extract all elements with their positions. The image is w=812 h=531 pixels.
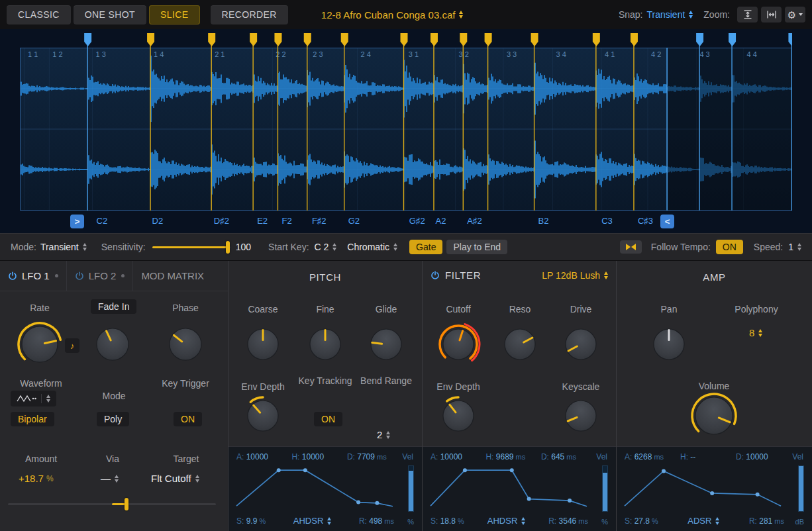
tab-classic[interactable]: CLASSIC: [7, 5, 71, 24]
envelope-point[interactable]: [756, 493, 760, 497]
snap-stepper-icon[interactable]: [689, 11, 693, 19]
velocity-meter[interactable]: [408, 465, 414, 512]
sensitivity-label: Sensitivity:: [101, 242, 146, 252]
target-select[interactable]: Flt Cutoff: [151, 473, 199, 484]
pan-knob[interactable]: [644, 320, 693, 371]
tab-lfo2[interactable]: LFO 2: [66, 261, 133, 291]
pitch-env-depth-knob[interactable]: [238, 391, 287, 443]
envelope-point[interactable]: [375, 501, 379, 505]
amp-envelope[interactable]: A: 6268 msH: --D: 10000VelS: 27.8 %ADSRR…: [617, 446, 812, 531]
coarse-knob[interactable]: [238, 320, 287, 371]
envelope-point[interactable]: [527, 497, 531, 501]
settings-gear-button[interactable]: ⚙: [785, 7, 805, 23]
envelope-point[interactable]: [510, 468, 514, 472]
reso-knob[interactable]: [495, 320, 544, 371]
mapping-select[interactable]: Chromatic: [347, 242, 397, 252]
slice-key-label: D♯2: [214, 216, 229, 226]
bend-range-label: Bend Range: [356, 375, 416, 387]
filter-env-depth-knob[interactable]: [434, 391, 483, 443]
pitch-envelope[interactable]: A: 10000H: 10000D: 7709 msVelS: 9.9 %AHD…: [228, 446, 422, 531]
zoom-horizontal-button[interactable]: [761, 7, 782, 23]
lfo-polarity-chip[interactable]: Bipolar: [11, 412, 54, 426]
env-mode-select[interactable]: ADSR: [687, 516, 719, 526]
amount-slider[interactable]: [8, 498, 216, 510]
crossfade-button[interactable]: [620, 240, 642, 254]
filter-envelope[interactable]: A: 10000H: 9689 msD: 645 msVelS: 18.8 %A…: [423, 446, 616, 531]
via-select[interactable]: —: [101, 473, 119, 484]
mod-indicator-dot: [55, 274, 58, 277]
tab-one-shot[interactable]: ONE SHOT: [74, 5, 146, 24]
drive-knob[interactable]: [556, 320, 605, 371]
pan-label: Pan: [639, 303, 699, 316]
sensitivity-slider[interactable]: [152, 241, 230, 253]
lfo-mode-chip[interactable]: Poly: [97, 412, 129, 426]
start-key-label: Start Key:: [268, 242, 309, 252]
slice-key-label: C2: [97, 216, 108, 226]
waveform-label: Waveform: [7, 377, 76, 390]
amount-value[interactable]: +18.7%: [19, 473, 54, 484]
tab-mod-matrix[interactable]: MOD MATRIX: [132, 261, 212, 291]
envelope-point[interactable]: [303, 468, 307, 472]
slider-handle[interactable]: [226, 241, 230, 254]
sample-name-select[interactable]: 12-8 Afro Cuban Conga 03.caf: [321, 9, 464, 21]
filter-type-select[interactable]: LP 12dB Lush: [542, 270, 608, 281]
start-key-select[interactable]: C 2: [315, 242, 337, 252]
bend-range-select[interactable]: 2: [377, 429, 390, 440]
waveform-display[interactable]: 1 11 21 31 42 12 22 32 43 13 23 33 44 14…: [20, 33, 792, 211]
slice-key-label: G2: [348, 216, 360, 226]
envelope-point[interactable]: [568, 499, 572, 503]
speed-select[interactable]: 1: [788, 242, 801, 252]
volume-knob[interactable]: [686, 388, 742, 446]
envelope-point[interactable]: [356, 501, 360, 505]
lfo-waveform-selector[interactable]: [11, 391, 56, 407]
env-mode-select[interactable]: AHDSR: [487, 516, 526, 526]
power-icon[interactable]: [75, 271, 84, 281]
envelope-graph[interactable]: [234, 463, 397, 512]
filter-panel: FILTER LP 12dB Lush Cutoff Reso Drive En…: [423, 261, 617, 531]
fade-in-mode-chip[interactable]: Fade In: [91, 299, 136, 314]
ruler-label: 1 4: [154, 50, 164, 58]
waveform-stepper-icon[interactable]: [46, 395, 50, 403]
sample-stepper-icon[interactable]: [459, 11, 463, 19]
envelope-graph[interactable]: [622, 463, 785, 512]
gate-button[interactable]: Gate: [409, 240, 442, 254]
note-sync-icon[interactable]: ♪: [65, 338, 79, 353]
tab-recorder[interactable]: RECORDER: [211, 5, 288, 24]
velocity-meter[interactable]: [798, 465, 804, 512]
ruler-label: 3 3: [507, 50, 517, 58]
envelope-point[interactable]: [463, 468, 467, 472]
synth-section: LFO 1 LFO 2 MOD MATRIX Rate Fade In Phas…: [0, 261, 812, 531]
slice-key-label: C♯3: [638, 216, 653, 226]
zoom-vertical-button[interactable]: [737, 7, 758, 23]
envelope-point[interactable]: [710, 491, 714, 495]
fine-knob[interactable]: [301, 320, 350, 371]
snap-select[interactable]: Transient: [646, 9, 693, 20]
envelope-graph[interactable]: [428, 463, 591, 512]
env-mode-select[interactable]: AHDSR: [293, 516, 332, 526]
key-trigger-chip[interactable]: ON: [174, 412, 202, 426]
velocity-meter[interactable]: [602, 465, 608, 512]
lfo-rate-knob[interactable]: [13, 317, 67, 374]
play-to-end-button[interactable]: Play to End: [446, 240, 507, 254]
power-icon[interactable]: [8, 271, 17, 281]
tab-slice[interactable]: SLICE: [149, 5, 199, 24]
ruler-label: 4 1: [605, 50, 615, 58]
cutoff-knob[interactable]: [434, 320, 483, 371]
follow-tempo-toggle[interactable]: ON: [716, 240, 743, 254]
keyscale-knob[interactable]: [556, 391, 605, 443]
polyphony-select[interactable]: 8: [749, 327, 762, 338]
horizontal-zoom-icon: [767, 10, 776, 19]
selection-start-handle[interactable]: >: [70, 215, 84, 228]
key-tracking-chip[interactable]: ON: [314, 412, 342, 426]
tab-lfo1[interactable]: LFO 1: [0, 261, 66, 291]
selection-end-handle[interactable]: <: [660, 215, 674, 228]
waveform-region: 1 11 21 31 42 12 22 32 43 13 23 33 44 14…: [0, 29, 812, 233]
lfo-fade-in-knob[interactable]: [87, 319, 138, 372]
envelope-point[interactable]: [277, 468, 281, 472]
lfo-phase-knob[interactable]: [160, 319, 211, 372]
slider-handle[interactable]: [125, 498, 128, 510]
envelope-point[interactable]: [662, 469, 666, 473]
power-icon[interactable]: [431, 271, 440, 280]
slice-mode-select[interactable]: Transient: [40, 242, 87, 252]
glide-knob[interactable]: [362, 320, 411, 371]
